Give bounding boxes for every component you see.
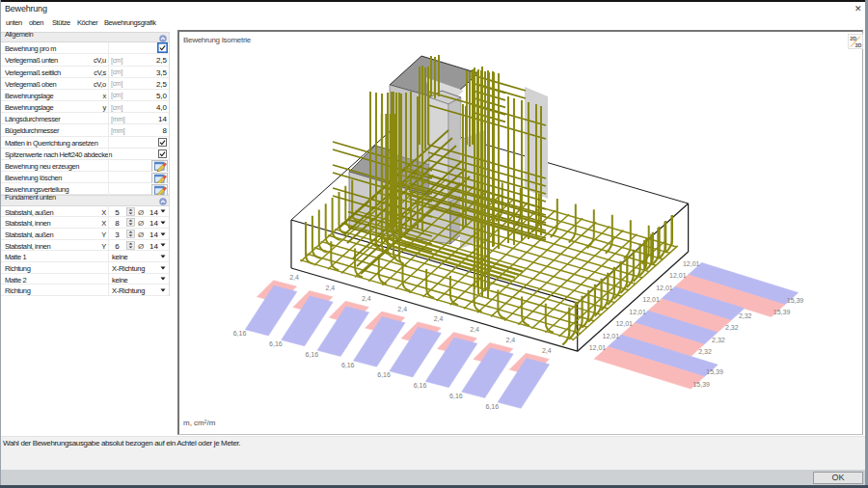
svg-text:6,16: 6,16	[305, 351, 318, 358]
svg-text:12,01: 12,01	[683, 260, 700, 267]
svg-text:12,01: 12,01	[589, 344, 607, 351]
svg-text:2,4: 2,4	[397, 306, 407, 312]
svg-text:2,32: 2,32	[698, 348, 712, 355]
svg-text:12,01: 12,01	[642, 296, 660, 303]
svg-text:12,01: 12,01	[669, 272, 687, 279]
svg-text:2,4: 2,4	[289, 274, 299, 281]
svg-text:2,4: 2,4	[434, 315, 444, 322]
svg-text:15,39: 15,39	[787, 297, 804, 304]
svg-text:6,16: 6,16	[269, 340, 283, 347]
svg-text:2,4: 2,4	[542, 347, 552, 354]
svg-text:2,32: 2,32	[725, 324, 739, 331]
svg-text:2,4: 2,4	[362, 295, 371, 302]
svg-text:2,4: 2,4	[326, 285, 336, 291]
svg-text:6,16: 6,16	[414, 382, 427, 389]
svg-text:12,01: 12,01	[629, 309, 646, 315]
svg-text:6,16: 6,16	[233, 330, 247, 337]
svg-text:15,39: 15,39	[773, 309, 791, 315]
svg-text:12,01: 12,01	[656, 285, 673, 291]
svg-text:6,16: 6,16	[485, 403, 499, 410]
svg-text:3D: 3D	[854, 42, 861, 48]
svg-text:2,32: 2,32	[739, 312, 752, 319]
svg-text:2,4: 2,4	[470, 326, 479, 333]
svg-text:2,4: 2,4	[506, 337, 516, 343]
svg-text:2,32: 2,32	[712, 337, 725, 343]
svg-text:12,01: 12,01	[603, 333, 620, 339]
svg-text:15,39: 15,39	[706, 368, 723, 375]
svg-text:12,01: 12,01	[615, 320, 633, 327]
svg-text:6,16: 6,16	[377, 371, 391, 378]
svg-text:6,16: 6,16	[449, 393, 463, 399]
svg-text:15,39: 15,39	[692, 381, 710, 388]
svg-text:6,16: 6,16	[341, 362, 355, 368]
